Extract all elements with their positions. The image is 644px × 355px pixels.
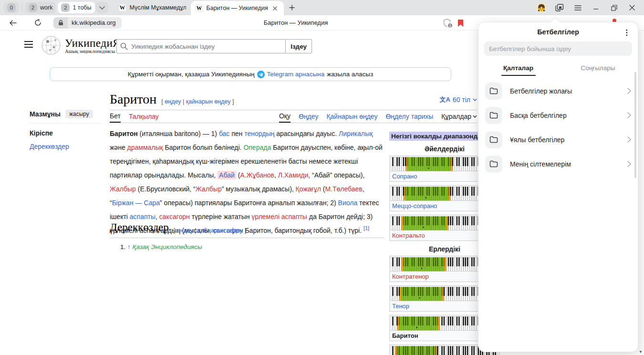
wiki-menu-button[interactable] (24, 41, 33, 48)
profile-avatar[interactable]: 👧 (534, 1, 549, 14)
article-link[interactable]: Операда (243, 144, 271, 151)
voice-link-Тенор[interactable]: Тенор (392, 303, 409, 310)
article-link[interactable]: Виола (338, 199, 358, 207)
minimize-button[interactable] (589, 1, 603, 14)
bookmarks-panel-icon[interactable] (552, 1, 567, 14)
tab-group-badge: 2 (61, 3, 70, 12)
article-link[interactable]: Біржан — Сара (112, 199, 160, 207)
language-button[interactable]: 文A 60 тіл (439, 95, 477, 104)
bracket: ] (243, 227, 246, 234)
bookmarks-tab-Соңғылары[interactable]: Соңғылары (558, 61, 638, 76)
voice-link-Контральто[interactable]: Контральто (392, 232, 425, 239)
wiki-search-button[interactable]: Іздеу (285, 39, 312, 53)
reload-button[interactable] (31, 17, 45, 29)
telegram-channel-link[interactable]: Telegram арнасына (267, 71, 325, 78)
view-tab-Қайнарын өңдеу[interactable]: Қайнарын өңдеу (326, 112, 377, 123)
tab-group-work[interactable]: 2work (25, 2, 56, 13)
edit-link[interactable]: қайнарын өңдеу (198, 227, 243, 234)
telegram-icon (257, 71, 265, 78)
tab-close-button[interactable] (271, 4, 279, 12)
tab-title: Мүслім Мұхаммедұлы Ма (130, 4, 186, 11)
restore-button[interactable] (607, 1, 621, 14)
article-link[interactable]: Қожағұл (296, 185, 321, 193)
folder-label: Бетбелгілер жолағы (510, 87, 627, 95)
toc-hide-button[interactable]: жасыру (65, 110, 93, 118)
new-tab-button[interactable] (286, 1, 298, 14)
article-link[interactable]: Жалбыр (110, 185, 136, 193)
folder-row-Бетбелгілер жолағы[interactable]: Бетбелгілер жолағы (478, 79, 638, 103)
edit-link[interactable]: қайнарын өңдеу (186, 98, 231, 105)
page-scrollbar[interactable]: ▼ (638, 31, 644, 355)
wikipedia-globe-icon (41, 35, 61, 55)
close-window-button[interactable] (625, 1, 639, 14)
lock-icon (58, 20, 63, 26)
tab-strip: 02work21 тобы WМүслім Мұхаммедұлы МаWБар… (0, 0, 644, 15)
browser-menu-button[interactable] (571, 1, 585, 14)
bracket: ] (231, 98, 234, 105)
reference-link[interactable]: Қазақ Энциклопедиясы (133, 243, 202, 251)
bookmarks-tab-Қалталар[interactable]: Қалталар (478, 61, 558, 76)
folder-row-Басқа бетбелгілер[interactable]: Басқа бетбелгілер (478, 103, 638, 127)
browser-tab[interactable]: WМүслім Мұхаммедұлы Ма (114, 0, 191, 15)
folder-row-Ұялы бетбелгілер[interactable]: Ұялы бетбелгілер (478, 127, 638, 152)
voice-link-Контратенор[interactable]: Контратенор (392, 273, 429, 280)
bookmarks-search-input[interactable] (484, 45, 632, 52)
back-button[interactable] (6, 17, 20, 29)
bookmarks-folder-list: Бетбелгілер жолағыБасқа бетбелгілерҰялы … (478, 79, 638, 176)
tab-group-label: 1 тобы (73, 4, 91, 11)
protect-shield-button[interactable]: 1 (443, 19, 451, 27)
wikipedia-favicon: W (196, 4, 203, 12)
folder-icon (485, 156, 502, 173)
view-tab-Талқылау[interactable]: Талқылау (129, 112, 159, 123)
scroll-down-arrow[interactable]: ▼ (639, 350, 643, 354)
view-tab-Құралдар[interactable]: Құралдар (441, 112, 477, 123)
toc-item-Кіріспе[interactable]: Кіріспе (30, 129, 101, 137)
banner-text-post: жазыла аласыз (327, 71, 373, 78)
folder-row-Менің сілтемелерім[interactable]: Менің сілтемелерім (478, 152, 638, 176)
folder-icon (485, 83, 502, 100)
article-link[interactable]: драммалық (127, 144, 163, 151)
panel-scrollbar-thumb[interactable] (634, 72, 636, 178)
bookmarks-menu-button[interactable] (622, 27, 632, 38)
article-link[interactable]: А.Жұбанов (240, 171, 274, 179)
article-header: Баритон [ өңдеу | қайнарын өңдеу ] 文A 60… (110, 92, 477, 107)
folder-label: Ұялы бетбелгілер (510, 136, 627, 144)
view-tab-Өңдеу[interactable]: Өңдеу (299, 112, 318, 123)
toc-item-Дереккөздер[interactable]: Дереккөздер (30, 143, 101, 150)
tab-group-badge: 2 (29, 3, 37, 12)
article-text: Баритон (110, 130, 138, 137)
wiki-search-input[interactable] (116, 39, 285, 53)
bookmark-flag-button[interactable] (457, 19, 464, 27)
view-tab-Оқу[interactable]: Оқу (279, 112, 291, 123)
voice-link-Меццо-сопрано[interactable]: Меццо-сопрано (392, 202, 437, 209)
view-tab-Өңделу тарихы[interactable]: Өңделу тарихы (385, 112, 433, 123)
edit-link[interactable]: өңдеу (165, 98, 181, 105)
article-text: түрлеріне жататын (190, 213, 252, 220)
view-tab-Бет[interactable]: Бет (110, 112, 121, 123)
article-link[interactable]: аспапты (130, 213, 156, 220)
reference-item: 1. ↑ Қазақ Энциклопедиясы (120, 243, 202, 251)
article-link[interactable]: Лирикалық (339, 130, 373, 137)
site-security-button[interactable] (53, 17, 68, 29)
voice-link-Сопрано[interactable]: Сопрано (392, 173, 417, 180)
reference-backlink[interactable]: ↑ (127, 243, 131, 251)
browser-tab[interactable]: WБаритон — Уикипедия (191, 1, 284, 15)
folder-icon (485, 107, 502, 124)
wiki-logo[interactable]: УикипедиЯ Ашық энциклопедиясы (41, 35, 120, 55)
tab-group-0[interactable]: 0 (4, 2, 19, 13)
article-link[interactable]: Л.Хамиди (278, 171, 309, 179)
bracket: [ (174, 227, 177, 234)
article-link[interactable]: саксагорн (159, 213, 190, 220)
edit-link[interactable]: өңдеу (177, 227, 193, 234)
tab-group-chevron-button[interactable] (96, 2, 108, 13)
url-field[interactable]: kk.wikipedia.org (68, 17, 122, 29)
references-edit-links: [ өңдеу | қайнарын өңдеу ] (174, 227, 246, 234)
article-link[interactable]: бас (219, 130, 229, 137)
article-link[interactable]: Абай (218, 171, 236, 179)
bracket: | (193, 227, 198, 234)
tab-group-1 тобы[interactable]: 21 тобы (58, 2, 94, 13)
article-link[interactable]: М.Төлебаев (325, 185, 362, 193)
article-link[interactable]: Жалбыр (196, 185, 222, 193)
article-link[interactable]: үрлемелі аспапты (251, 213, 307, 220)
article-link[interactable]: тенордың (244, 130, 274, 137)
